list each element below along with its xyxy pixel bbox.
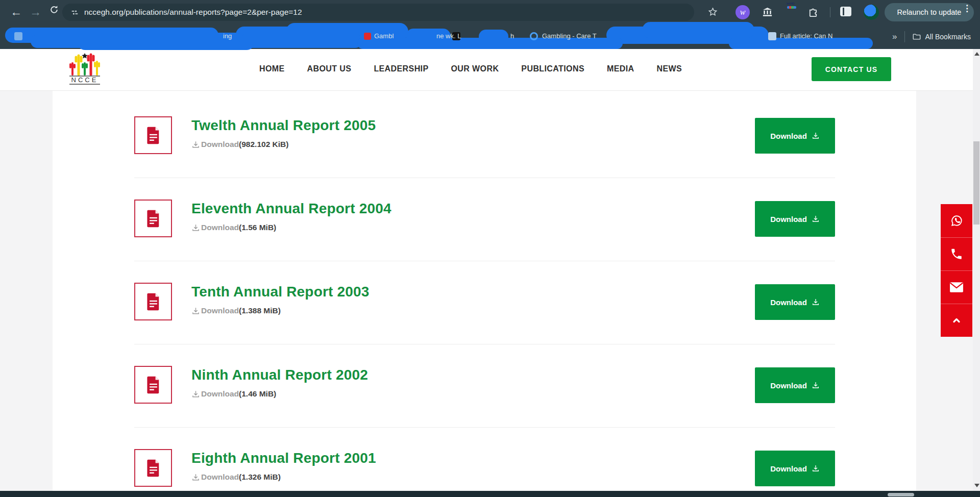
browser-window: ← → nccegh.org/publications/annual-repor… bbox=[0, 0, 980, 497]
whatsapp-button[interactable] bbox=[941, 204, 972, 237]
nav-our-work[interactable]: OUR WORK bbox=[451, 64, 499, 73]
bookmark-item[interactable]: ne wk. L bbox=[436, 32, 461, 40]
main-navigation: HOME ABOUT US LEADERSHIP OUR WORK PUBLIC… bbox=[259, 64, 682, 73]
nav-home[interactable]: HOME bbox=[259, 64, 285, 73]
address-bar[interactable]: nccegh.org/publications/annual-reports?p… bbox=[62, 4, 694, 21]
wayback-bank-icon[interactable] bbox=[762, 6, 773, 20]
toolbar-divider bbox=[830, 7, 830, 17]
site-info-icon[interactable] bbox=[70, 8, 79, 17]
file-size: (1.326 MiB) bbox=[239, 473, 281, 482]
bookmarks-overflow-icon[interactable]: » bbox=[892, 32, 897, 42]
download-label: Download bbox=[201, 389, 239, 399]
redaction-scribble bbox=[642, 22, 754, 38]
download-button[interactable]: Download bbox=[755, 367, 835, 403]
url-text: nccegh.org/publications/annual-reports?p… bbox=[84, 8, 302, 17]
report-download-link[interactable]: Download(1.388 MiB) bbox=[191, 306, 281, 315]
download-button-label: Download bbox=[770, 381, 807, 390]
download-label: Download bbox=[201, 473, 239, 482]
all-bookmarks-button[interactable]: All Bookmarks bbox=[912, 32, 976, 41]
phone-icon bbox=[950, 247, 963, 261]
nav-about-us[interactable]: ABOUT US bbox=[307, 64, 352, 73]
floating-action-stack bbox=[941, 204, 972, 337]
report-title-link[interactable]: Ninth Annual Report 2002 bbox=[191, 367, 368, 383]
report-download-link[interactable]: Download(1.326 MiB) bbox=[191, 473, 281, 482]
chevron-up-icon bbox=[950, 314, 963, 327]
download-button[interactable]: Download bbox=[755, 201, 835, 237]
row-divider bbox=[134, 427, 835, 428]
download-button-label: Download bbox=[770, 298, 807, 307]
page-left-margin bbox=[0, 91, 53, 491]
pdf-file-icon bbox=[134, 366, 172, 404]
side-panel-icon[interactable] bbox=[840, 7, 851, 16]
report-download-link[interactable]: Download(1.56 MiB) bbox=[191, 223, 276, 232]
download-icon bbox=[191, 473, 200, 482]
menu-kebab-icon[interactable]: ⋮ bbox=[963, 7, 966, 10]
scroll-to-top-button[interactable] bbox=[941, 304, 972, 337]
relaunch-label: Relaunch to update bbox=[897, 8, 962, 16]
bookmark-item[interactable]: Gambl bbox=[374, 32, 394, 40]
nav-leadership[interactable]: LEADERSHIP bbox=[374, 64, 428, 73]
phone-button[interactable] bbox=[941, 237, 972, 270]
row-divider bbox=[134, 344, 835, 344]
download-icon bbox=[191, 140, 200, 149]
nav-news[interactable]: NEWS bbox=[657, 64, 682, 73]
report-title-link[interactable]: Eleventh Annual Report 2004 bbox=[191, 201, 391, 217]
pdf-file-icon bbox=[134, 200, 172, 237]
download-label: Download bbox=[201, 140, 239, 149]
download-icon bbox=[812, 298, 820, 306]
all-bookmarks-label: All Bookmarks bbox=[925, 33, 971, 41]
scrollbar-track[interactable] bbox=[973, 49, 980, 491]
download-label: Download bbox=[201, 223, 239, 232]
extensions-puzzle-icon[interactable] bbox=[807, 6, 819, 20]
bookmark-favicon[interactable] bbox=[14, 32, 22, 40]
report-row: Eleventh Annual Report 2004 Download(1.5… bbox=[134, 200, 835, 263]
back-icon[interactable]: ← bbox=[10, 5, 22, 18]
download-icon bbox=[812, 381, 820, 389]
pdf-file-icon bbox=[134, 116, 172, 154]
row-divider bbox=[134, 178, 835, 178]
bookmark-item[interactable]: ing bbox=[223, 32, 232, 40]
file-size: (1.46 MiB) bbox=[239, 389, 276, 399]
email-icon bbox=[949, 282, 964, 293]
report-title-link[interactable]: Twelth Annual Report 2005 bbox=[191, 117, 376, 134]
report-row: Twelth Annual Report 2005 Download(982.1… bbox=[134, 116, 835, 180]
file-size: (1.56 MiB) bbox=[239, 223, 276, 232]
nav-media[interactable]: MEDIA bbox=[607, 64, 634, 73]
svg-text:NCCE: NCCE bbox=[71, 76, 99, 84]
forward-icon[interactable]: → bbox=[30, 5, 41, 18]
bookmark-favicon[interactable] bbox=[530, 32, 538, 40]
scrollbar-thumb[interactable] bbox=[973, 141, 979, 225]
download-button-label: Download bbox=[770, 464, 807, 473]
bookmark-favicon[interactable] bbox=[768, 32, 776, 40]
bookmark-item[interactable]: Gambling - Care T bbox=[542, 32, 597, 40]
scrollbar-up-arrow[interactable] bbox=[974, 52, 979, 56]
bookmark-star-icon[interactable] bbox=[707, 7, 718, 19]
email-button[interactable] bbox=[941, 270, 972, 304]
download-icon bbox=[812, 464, 820, 473]
ncce-logo[interactable]: NCCE bbox=[65, 52, 104, 86]
report-download-link[interactable]: Download(1.46 MiB) bbox=[191, 389, 276, 399]
bottom-edge-pill bbox=[888, 493, 914, 496]
download-button[interactable]: Download bbox=[755, 284, 835, 320]
bookmark-item[interactable]: Full article: Can N bbox=[780, 32, 832, 40]
download-icon bbox=[812, 215, 820, 223]
report-title-link[interactable]: Tenth Annual Report 2003 bbox=[191, 284, 370, 300]
site-header: NCCE HOME ABOUT US LEADERSHIP OUR WORK P… bbox=[0, 49, 973, 91]
report-download-link[interactable]: Download(982.102 KiB) bbox=[191, 140, 288, 149]
scrollbar-down-arrow[interactable] bbox=[974, 484, 979, 487]
relaunch-to-update-button[interactable]: Relaunch to update bbox=[885, 3, 974, 21]
row-divider bbox=[134, 261, 835, 261]
contact-us-button[interactable]: CONTACT US bbox=[812, 57, 891, 81]
report-row: Eighth Annual Report 2001 Download(1.326… bbox=[134, 449, 835, 497]
report-row: Tenth Annual Report 2003 Download(1.388 … bbox=[134, 283, 835, 346]
extension-w-icon[interactable]: w bbox=[736, 5, 750, 19]
bookmark-item[interactable]: h bbox=[510, 32, 514, 40]
download-button[interactable]: Download bbox=[755, 118, 835, 154]
download-button[interactable]: Download bbox=[755, 451, 835, 486]
nav-publications[interactable]: PUBLICATIONS bbox=[521, 64, 584, 73]
redaction-scribble bbox=[240, 34, 362, 48]
reload-icon[interactable] bbox=[49, 4, 59, 17]
profile-avatar[interactable] bbox=[864, 5, 879, 20]
report-title-link[interactable]: Eighth Annual Report 2001 bbox=[191, 450, 376, 466]
bookmark-favicon[interactable] bbox=[364, 33, 371, 40]
